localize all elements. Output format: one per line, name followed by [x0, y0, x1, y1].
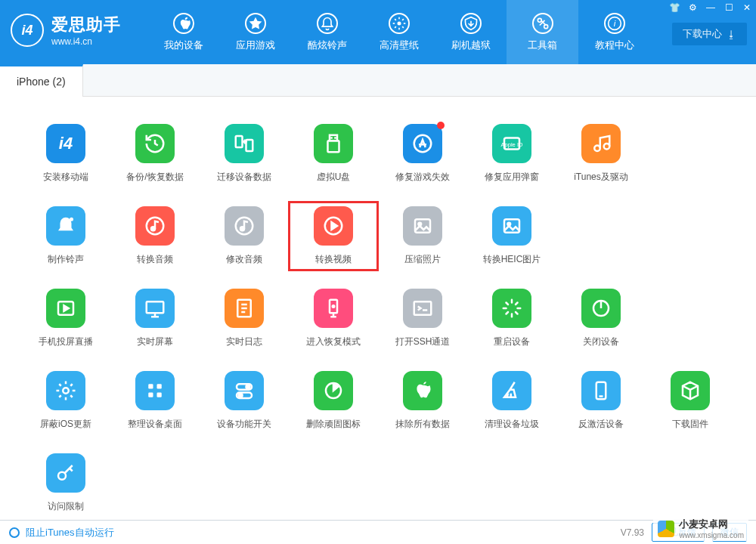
tool-label: 虚拟U盘	[317, 171, 351, 184]
tool-i4[interactable]: i4安装移动端	[21, 119, 110, 188]
tool-label: 修复游戏失效	[395, 171, 450, 184]
svg-rect-56	[148, 384, 153, 388]
maximize-button[interactable]: ☐	[720, 0, 738, 15]
app-title: 爱思助手	[51, 14, 121, 36]
content-area: i4安装移动端备份/恢复数据迁移设备数据虚拟U盘修复游戏失效Apple ID修复…	[0, 97, 756, 520]
tool-label: 反激活设备	[578, 418, 624, 431]
photo-icon	[492, 206, 531, 246]
logo-area: i4 爱思助手 www.i4.cn	[0, 0, 147, 47]
tool-key[interactable]: 访问限制	[21, 449, 110, 518]
tool-play[interactable]: 手机投屏直播	[21, 284, 110, 353]
tool-label: 关闭设备	[583, 335, 619, 348]
tool-label: 实时日志	[226, 335, 262, 348]
block-itunes-label: 阻止iTunes自动运行	[26, 526, 114, 539]
i4-icon: i4	[46, 124, 85, 163]
tool-label: 修改音频	[226, 253, 262, 266]
grid-icon	[135, 371, 175, 410]
close-button[interactable]: ✕	[738, 0, 756, 15]
svg-point-63	[239, 394, 243, 397]
usb-icon	[314, 124, 353, 163]
window-controls: 👕 ⚙ — ☐ ✕	[665, 0, 756, 15]
transfer-icon	[225, 124, 264, 163]
nav-6[interactable]: i教程中心	[578, 0, 650, 64]
tool-appleid[interactable]: Apple ID修复应用弹窗	[467, 119, 556, 188]
tool-loading[interactable]: 重启设备	[467, 284, 556, 353]
tool-audio[interactable]: 转换音频	[110, 202, 200, 270]
nav-2[interactable]: 酷炫铃声	[291, 0, 363, 64]
tool-appstore[interactable]: 修复游戏失效	[378, 119, 467, 188]
power-icon	[581, 289, 621, 328]
tool-label: 清理设备垃圾	[485, 418, 539, 431]
svg-point-61	[246, 385, 250, 389]
tool-grid[interactable]: 整理设备桌面	[110, 366, 200, 435]
tool-label: 备份/恢复数据	[126, 171, 183, 184]
tab-iphone[interactable]: iPhone (2)	[0, 64, 83, 97]
broom-icon	[492, 371, 531, 410]
tool-label: 下载固件	[672, 418, 708, 431]
nav-icon	[389, 13, 410, 34]
svg-text:i: i	[613, 18, 615, 28]
tool-label: 删除顽固图标	[306, 418, 361, 431]
tool-video[interactable]: 转换视频	[289, 202, 378, 270]
nav-icon	[460, 13, 482, 34]
shirt-icon[interactable]: 👕	[665, 0, 683, 15]
minimize-button[interactable]: —	[702, 0, 720, 15]
tool-photo[interactable]: 压缩照片	[378, 202, 467, 270]
svg-rect-30	[415, 219, 430, 233]
tool-recovery[interactable]: 进入恢复模式	[289, 284, 378, 353]
nav-label: 教程中心	[595, 39, 634, 52]
tool-transfer[interactable]: 迁移设备数据	[200, 119, 289, 188]
tool-screen[interactable]: 实时屏幕	[110, 284, 200, 353]
tool-label: iTunes及驱动	[574, 171, 628, 184]
download-center-label: 下载中心	[683, 27, 722, 41]
svg-point-9	[538, 18, 541, 22]
tool-usb[interactable]: 虚拟U盘	[289, 119, 378, 188]
tool-pie[interactable]: 删除顽固图标	[289, 366, 378, 435]
appstore-icon	[403, 124, 442, 163]
loading-icon	[492, 289, 531, 328]
watermark-url: www.xmsigma.com	[679, 531, 744, 539]
tool-power[interactable]: 关闭设备	[556, 284, 646, 353]
nav-5[interactable]: 工具箱	[507, 0, 578, 64]
tool-broom[interactable]: 清理设备垃圾	[467, 366, 556, 435]
svg-rect-35	[147, 301, 164, 313]
tool-label: 进入恢复模式	[306, 335, 361, 348]
svg-line-50	[516, 312, 518, 314]
tool-gear[interactable]: 屏蔽iOS更新	[21, 366, 110, 435]
tool-toggle[interactable]: 设备功能开关	[200, 366, 289, 435]
notification-dot-icon	[437, 122, 445, 129]
header: i4 爱思助手 www.i4.cn 我的设备应用游戏酷炫铃声高清壁纸刷机越狱工具…	[0, 0, 756, 64]
nav-1[interactable]: 应用游戏	[219, 0, 291, 64]
tool-music[interactable]: iTunes及驱动	[556, 119, 646, 188]
tool-photo[interactable]: 转换HEIC图片	[467, 202, 556, 270]
nav-4[interactable]: 刷机越狱	[435, 0, 507, 64]
tool-cube[interactable]: 下载固件	[646, 366, 735, 435]
tool-ssh[interactable]: 打开SSH通道	[378, 284, 467, 353]
tool-apple[interactable]: 抹除所有数据	[378, 366, 467, 435]
settings-icon[interactable]: ⚙	[683, 0, 702, 15]
video-icon	[314, 206, 353, 246]
app-logo-icon: i4	[11, 14, 44, 47]
tool-bell[interactable]: 制作铃声	[21, 202, 110, 270]
download-icon: ⭳	[727, 29, 736, 40]
recovery-icon	[314, 289, 353, 328]
tool-label: 转换音频	[137, 253, 173, 266]
log-icon	[225, 289, 264, 328]
main-nav: 我的设备应用游戏酷炫铃声高清壁纸刷机越狱工具箱i教程中心	[147, 0, 650, 64]
svg-line-65	[507, 394, 508, 397]
tool-phone[interactable]: 反激活设备	[556, 366, 646, 435]
svg-rect-57	[157, 384, 162, 388]
nav-3[interactable]: 高清壁纸	[363, 0, 435, 64]
watermark: 小麦安卓网 www.xmsigma.com	[653, 516, 748, 541]
tool-label: 转换视频	[315, 253, 352, 266]
tool-audio[interactable]: 修改音频	[200, 202, 289, 270]
tool-restore[interactable]: 备份/恢复数据	[110, 119, 200, 188]
svg-rect-13	[236, 136, 243, 147]
apple-icon	[403, 371, 442, 410]
download-center-button[interactable]: 下载中心 ⭳	[672, 23, 747, 45]
tool-label: 重启设备	[494, 335, 530, 348]
tool-log[interactable]: 实时日志	[200, 284, 289, 353]
nav-0[interactable]: 我的设备	[147, 0, 219, 64]
nav-label: 工具箱	[528, 39, 557, 52]
block-itunes-toggle[interactable]: 阻止iTunes自动运行	[9, 526, 114, 539]
